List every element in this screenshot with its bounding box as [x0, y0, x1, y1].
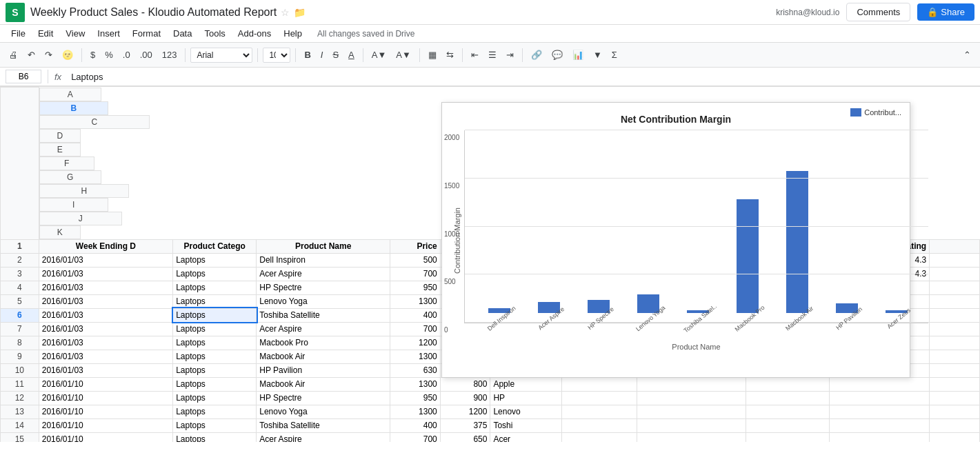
cell-r12-c2[interactable]: HP Spectre — [257, 391, 390, 405]
fill-color-button[interactable]: A▼ — [368, 48, 390, 62]
cell-r13-c1[interactable]: Laptops — [173, 405, 257, 418]
cell-r12-c6[interactable] — [562, 391, 637, 405]
cell-r13-c7[interactable] — [637, 405, 746, 418]
cell-r2-c3[interactable]: 500 — [390, 253, 441, 267]
cell-r12-c8[interactable] — [746, 391, 829, 405]
cell-r15-c6[interactable] — [562, 432, 637, 442]
cell-r14-c5[interactable]: Toshi — [490, 418, 562, 432]
font-size-select[interactable]: 10 — [263, 48, 290, 63]
cell-r6-c1[interactable]: Laptops — [173, 308, 257, 322]
cell-r13-c3[interactable]: 1300 — [390, 405, 441, 418]
merge-button[interactable]: ⇆ — [443, 48, 457, 62]
bar-group[interactable]: HP Spectre — [578, 133, 619, 323]
menu-file[interactable]: File — [6, 27, 31, 40]
cell-r15-c7[interactable] — [637, 432, 746, 442]
function-button[interactable]: Σ — [608, 48, 621, 62]
paint-format-button[interactable]: 🌝 — [59, 48, 77, 62]
undo-button[interactable]: ↶ — [24, 48, 39, 62]
collapse-toolbar-button[interactable]: ⌃ — [960, 48, 974, 62]
cell-r4-c3[interactable]: 950 — [390, 281, 441, 294]
cell-r11-c7[interactable] — [637, 377, 746, 391]
cell-r14-c2[interactable]: Toshiba Satellite — [257, 418, 390, 432]
cell-r12-c5[interactable]: HP — [490, 391, 562, 405]
star-icon[interactable]: ☆ — [281, 7, 290, 18]
insert-link-button[interactable]: 🔗 — [528, 48, 546, 62]
cell-r14-c9[interactable] — [829, 418, 929, 432]
currency-button[interactable]: $ — [87, 48, 99, 62]
decimal-dec-button[interactable]: .0 — [119, 48, 134, 62]
cell-r7-c2[interactable]: Acer Aspire — [257, 322, 390, 336]
format-123-button[interactable]: 123 — [159, 48, 181, 62]
cell-r6-c0[interactable]: 2016/01/03 — [39, 308, 172, 322]
cell-r5-c0[interactable]: 2016/01/03 — [39, 294, 172, 308]
italic-button[interactable]: I — [317, 48, 327, 62]
cell-r14-c7[interactable] — [637, 418, 746, 432]
cell-r9-c3[interactable]: 1300 — [390, 350, 441, 363]
document-title[interactable]: Weekly Product Sales - Kloudio Automated… — [30, 6, 277, 19]
insert-chart-button[interactable]: 📊 — [569, 48, 587, 62]
percent-button[interactable]: % — [101, 48, 117, 62]
cell-r11-c8[interactable] — [746, 377, 829, 391]
cell-r14-c0[interactable]: 2016/01/10 — [39, 418, 172, 432]
align-center-button[interactable]: ☰ — [485, 48, 500, 62]
borders-button[interactable]: ▦ — [425, 48, 440, 62]
sheet-scroll[interactable]: A B C D E F G H I J K — [0, 87, 980, 442]
col-header-f[interactable]: F — [39, 157, 94, 170]
cell-r9-c2[interactable]: Macbook Air — [257, 350, 390, 363]
cell-r3-c1[interactable]: Laptops — [173, 267, 257, 281]
col-header-a[interactable]: A — [39, 88, 101, 101]
cell-r7-c0[interactable]: 2016/01/03 — [39, 322, 172, 336]
cell-r13-c2[interactable]: Lenovo Yoga — [257, 405, 390, 418]
menu-addons[interactable]: Add-ons — [232, 27, 277, 40]
bar-macbook-air[interactable] — [786, 171, 808, 313]
cell-r15-c1[interactable]: Laptops — [173, 432, 257, 442]
cell-r12-c4[interactable]: 900 — [440, 391, 490, 405]
cell-r8-c3[interactable]: 1200 — [390, 336, 441, 350]
bar-group[interactable]: Lenovo Yoga — [628, 133, 669, 323]
cell-r13-c4[interactable]: 1200 — [440, 405, 490, 418]
cell-r11-c4[interactable]: 800 — [440, 377, 490, 391]
cell-r11-c3[interactable]: 1300 — [390, 377, 441, 391]
col-header-b[interactable]: B — [39, 101, 108, 115]
cell-r12-c9[interactable] — [829, 391, 929, 405]
print-button[interactable]: 🖨 — [6, 48, 21, 62]
cell-r10-c2[interactable]: HP Pavilion — [257, 363, 390, 377]
folder-icon[interactable]: 📁 — [294, 7, 306, 18]
cell-r14-c1[interactable]: Laptops — [173, 418, 257, 432]
bar-macbook-pro[interactable] — [737, 199, 759, 313]
underline-button[interactable]: A — [345, 48, 358, 62]
cell-r9-c1[interactable]: Laptops — [173, 350, 257, 363]
cell-r13-c5[interactable]: Lenovo — [490, 405, 562, 418]
bar-group[interactable]: HP Pavilion — [826, 133, 868, 323]
cell-r2-c2[interactable]: Dell Inspiron — [257, 253, 390, 267]
col-header-e[interactable]: E — [39, 143, 81, 157]
cell-r8-c2[interactable]: Macbook Pro — [257, 336, 390, 350]
bar-group[interactable]: Toshiba Satel.. — [677, 133, 719, 323]
cell-r14-c8[interactable] — [746, 418, 829, 432]
decimal-inc-button[interactable]: .00 — [137, 48, 156, 62]
cell-r5-c2[interactable]: Lenovo Yoga — [257, 294, 390, 308]
cell-r15-c8[interactable] — [746, 432, 829, 442]
bar-group[interactable]: Macbook Pro — [727, 133, 768, 323]
cell-r13-c9[interactable] — [829, 405, 929, 418]
cell-r6-c2[interactable]: Toshiba Satellite — [257, 308, 390, 322]
cell-r9-c0[interactable]: 2016/01/03 — [39, 350, 172, 363]
cell-r15-c3[interactable]: 700 — [390, 432, 441, 442]
cell-r10-c0[interactable]: 2016/01/03 — [39, 363, 172, 377]
share-button[interactable]: 🔒 Share — [917, 3, 974, 21]
insert-comment-button[interactable]: 💬 — [548, 48, 566, 62]
col-header-g[interactable]: G — [39, 170, 101, 184]
bar-group[interactable]: Macbook Air — [777, 133, 818, 323]
cell-r7-c3[interactable]: 700 — [390, 322, 441, 336]
cell-r11-c1[interactable]: Laptops — [173, 377, 257, 391]
cell-r14-c6[interactable] — [562, 418, 637, 432]
cell-r15-c9[interactable] — [829, 432, 929, 442]
cell-r2-c0[interactable]: 2016/01/03 — [39, 253, 172, 267]
cell-r11-c6[interactable] — [562, 377, 637, 391]
bar-group[interactable]: Acer Zeus — [876, 133, 917, 323]
cell-r11-c5[interactable]: Apple — [490, 377, 562, 391]
cell-r14-c3[interactable]: 400 — [390, 418, 441, 432]
cell-r14-c4[interactable]: 375 — [440, 418, 490, 432]
formula-content[interactable]: Laptops — [68, 70, 974, 83]
col-header-c[interactable]: C — [39, 115, 150, 129]
